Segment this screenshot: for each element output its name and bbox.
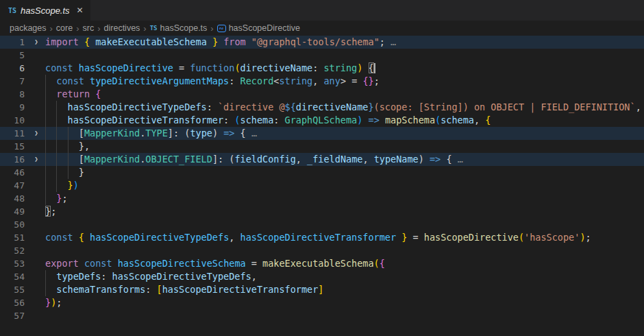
line-number[interactable]: 55	[0, 283, 27, 296]
line-number[interactable]: 46	[0, 166, 27, 179]
code-line[interactable]: 57	[0, 309, 644, 322]
typescript-file-icon: TS	[8, 7, 16, 14]
token	[73, 232, 79, 243]
fold-gutter	[27, 179, 45, 192]
line-number[interactable]: 15	[0, 140, 27, 153]
token	[84, 75, 90, 86]
indent-guide	[68, 140, 69, 153]
line-number[interactable]: 11	[0, 127, 27, 140]
folded-region-ellipsis[interactable]: …	[385, 36, 396, 47]
fold-chevron-icon[interactable]: ❯	[27, 127, 45, 140]
token: from	[223, 36, 246, 47]
line-number[interactable]: 1	[0, 36, 27, 49]
breadcrumb-item-src[interactable]: src	[83, 23, 95, 33]
code-line[interactable]: 55 schemaTransforms: [hasScopeDirectiveT…	[0, 283, 644, 296]
code-line[interactable]: 52	[0, 244, 644, 257]
line-number[interactable]: 47	[0, 179, 27, 192]
indent-guide	[68, 153, 69, 166]
token: Record	[240, 75, 274, 86]
code-line[interactable]: 11❯ [MapperKind.TYPE]: (type) => { …	[0, 127, 644, 140]
token: makeExecutableSchema	[262, 258, 374, 269]
code-line[interactable]: 47 })	[0, 179, 644, 192]
line-number[interactable]: 52	[0, 244, 27, 257]
code-line[interactable]: 54 typeDefs: hasScopeDirectiveTypeDefs,	[0, 270, 644, 283]
typescript-file-icon: TS	[150, 25, 158, 32]
fold-chevron-icon[interactable]: ❯	[27, 36, 45, 49]
token: TYPE	[145, 128, 168, 139]
code-line[interactable]: 46 }	[0, 166, 644, 179]
code-text: typeDefs: hasScopeDirectiveTypeDefs,	[45, 270, 644, 283]
line-number[interactable]: 50	[0, 218, 27, 231]
token: ;	[374, 75, 380, 86]
line-number[interactable]: 9	[0, 101, 27, 114]
line-number[interactable]: 51	[0, 231, 27, 244]
line-number[interactable]: 49	[0, 205, 27, 218]
fold-gutter	[27, 244, 45, 257]
indent-guide	[45, 270, 46, 283]
line-number[interactable]: 53	[0, 257, 27, 270]
code-line[interactable]: 51const { hasScopeDirectiveTypeDefs, has…	[0, 231, 644, 244]
code-line[interactable]: 9 hasScopeDirectiveTypeDefs: `directive …	[0, 101, 644, 114]
code-text: [MapperKind.OBJECT_FIELD]: (fieldConfig,…	[45, 153, 644, 166]
code-line[interactable]: 7 const typeDirectiveArgumentMaps: Recor…	[0, 75, 644, 88]
fold-chevron-icon[interactable]: ❯	[27, 153, 45, 166]
line-number[interactable]: 57	[0, 309, 27, 322]
code-line[interactable]: 49};	[0, 205, 644, 218]
breadcrumb-item-core[interactable]: core	[56, 23, 73, 33]
token: :	[218, 154, 229, 165]
tab-hasscope[interactable]: TS hasScope.ts ✕	[0, 0, 90, 21]
token: [	[79, 154, 84, 165]
breadcrumb-item-hasscopedirective[interactable]: ∾hasScopeDirective	[217, 23, 300, 33]
line-number[interactable]: 54	[0, 270, 27, 283]
code-line[interactable]: 6const hasScopeDirective = function(dire…	[0, 62, 644, 75]
token	[218, 128, 223, 139]
line-number[interactable]: 8	[0, 88, 27, 101]
token: {	[240, 128, 246, 139]
token	[112, 258, 118, 269]
token: ${	[285, 101, 296, 112]
code-line[interactable]: 16❯ [MapperKind.OBJECT_FIELD]: (fieldCon…	[0, 153, 644, 166]
indent-guide	[56, 127, 57, 140]
code-text: export const hasScopeDirectiveSchema = m…	[45, 257, 644, 270]
fold-gutter	[27, 257, 45, 270]
code-line[interactable]: 53export const hasScopeDirectiveSchema =…	[0, 257, 644, 270]
code-line[interactable]: 5	[0, 49, 644, 62]
line-number[interactable]: 56	[0, 296, 27, 309]
breadcrumb-item-hasscope-ts[interactable]: TShasScope.ts	[150, 23, 208, 33]
token	[73, 62, 79, 73]
code-line[interactable]: 48 };	[0, 192, 644, 205]
folded-region-ellipsis[interactable]: …	[452, 154, 463, 165]
code-line[interactable]: 10 hasScopeDirectiveTransformer: (schema…	[0, 114, 644, 127]
token: ]	[212, 154, 218, 165]
close-icon[interactable]: ✕	[77, 5, 84, 15]
token: )	[419, 154, 424, 165]
token: {	[380, 258, 385, 269]
fold-gutter	[27, 166, 45, 179]
folded-region-ellipsis[interactable]: …	[246, 128, 257, 139]
code-line[interactable]: 1❯import { makeExecutableSchema } from "…	[0, 36, 644, 49]
line-number[interactable]: 7	[0, 75, 27, 88]
breadcrumb-item-directives[interactable]: directives	[104, 23, 140, 33]
token: export	[45, 258, 79, 269]
fold-gutter	[27, 49, 45, 62]
fold-gutter	[27, 62, 45, 75]
code-line[interactable]: 56});	[0, 296, 644, 309]
line-number[interactable]: 6	[0, 62, 27, 75]
token	[218, 36, 223, 47]
token: fieldConfig	[234, 154, 295, 165]
indent-guide	[45, 88, 46, 101]
line-number[interactable]: 5	[0, 49, 27, 62]
token	[234, 128, 240, 139]
breadcrumb-item-packages[interactable]: packages	[10, 23, 47, 33]
line-number[interactable]: 16	[0, 153, 27, 166]
token: typeDirectiveArgumentMaps	[90, 75, 229, 86]
token	[45, 284, 56, 295]
code-line[interactable]: 15 },	[0, 140, 644, 153]
line-number[interactable]: 48	[0, 192, 27, 205]
code-line[interactable]: 50	[0, 218, 644, 231]
code-line[interactable]: 8 return {	[0, 88, 644, 101]
line-number[interactable]: 10	[0, 114, 27, 127]
token: (	[374, 258, 380, 269]
fold-gutter	[27, 296, 45, 309]
token: ,	[362, 154, 373, 165]
